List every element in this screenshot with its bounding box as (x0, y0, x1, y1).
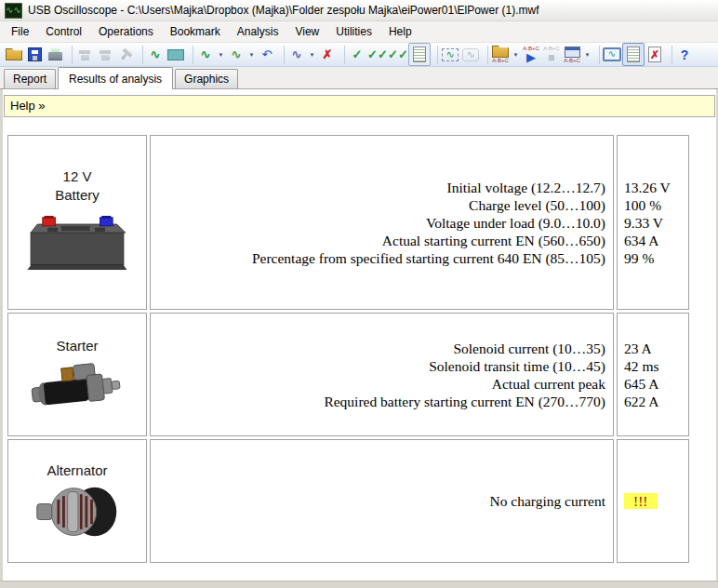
shrink-waveform-button[interactable]: ∿ (226, 44, 246, 65)
starter-image (28, 359, 126, 413)
chevron-down-icon: ▼ (310, 48, 315, 61)
menu-help[interactable]: Help (380, 22, 420, 41)
menu-bar: File Control Operations Bookmark Analysi… (0, 21, 718, 43)
tab-results-of-analysis[interactable]: Results of analysis (58, 67, 173, 89)
tab-report[interactable]: Report (4, 69, 56, 88)
window-title: USB Oscilloscope - C:\Users\Majka\Dropbo… (28, 4, 539, 17)
alternator-values: !!! (618, 492, 688, 510)
menu-analysis[interactable]: Analysis (229, 22, 287, 41)
open-button[interactable] (4, 44, 24, 65)
script-panel-dropdown[interactable]: ▼ (582, 44, 592, 65)
menu-view[interactable]: View (286, 22, 327, 41)
double-checkmark-icon: ✓✓ (367, 48, 388, 61)
starter-labels: Solenoid current (10…35)Solenoid transit… (151, 340, 613, 410)
apply-all-check-button[interactable]: ✓✓ (367, 44, 388, 65)
alternator-title: Alternator (47, 461, 107, 480)
stretch-waveform-button[interactable]: ∿ (195, 44, 216, 65)
single-capture-button[interactable]: ∿ (145, 44, 166, 65)
save-waveform-a-button[interactable] (74, 44, 95, 65)
tab-graphics[interactable]: Graphics (175, 69, 238, 88)
chevron-down-icon: ▼ (219, 48, 224, 61)
clear-waveform-button[interactable]: ✗ (317, 44, 338, 65)
measure-tool-button[interactable] (166, 44, 186, 65)
chevron-down-icon: ▼ (249, 48, 255, 61)
battery-title: 12 V Battery (55, 167, 100, 205)
starter-values: 23 A42 ms645 A622 A (618, 340, 688, 410)
waveform-icon: ∿ (151, 48, 161, 61)
title-bar: ∿∿ USB Oscilloscope - C:\Users\Majka\Dro… (0, 0, 718, 21)
graphics-view-button[interactable] (602, 44, 622, 65)
menu-bookmark[interactable]: Bookmark (162, 22, 229, 41)
red-x-waveform-icon: ✗ (323, 48, 333, 61)
print-button[interactable] (45, 44, 65, 65)
battery-values: 13.26 V100 %9.33 V634 A99 % (618, 179, 688, 267)
preview-waveform-button[interactable] (460, 44, 481, 65)
alternator-labels: No charging current (151, 492, 613, 510)
chevron-down-icon: ▼ (513, 48, 519, 61)
analysis-results-table: 12 V Battery (5, 132, 692, 566)
save-button[interactable] (24, 44, 45, 65)
close-analysis-button[interactable] (645, 44, 665, 65)
checkmark-icon: ✓ (352, 48, 363, 61)
script-run-button[interactable]: A:B+C ▶ (521, 44, 541, 65)
analysis-view-button[interactable] (622, 43, 645, 66)
menu-utilities[interactable]: Utilities (327, 22, 380, 41)
accept-check-button[interactable]: ✓✓ (388, 44, 408, 65)
menu-operations[interactable]: Operations (90, 22, 162, 41)
script-stop-icon: ■ (548, 51, 555, 64)
double-checkmark-icon: ✓✓ (388, 48, 408, 61)
battery-image (22, 208, 132, 277)
undo-arrow-icon: ↶ (262, 48, 273, 61)
warning-badge: !!! (624, 493, 658, 509)
notes-view-button[interactable] (408, 43, 431, 66)
overlay-waveform-dropdown[interactable]: ▼ (307, 44, 317, 65)
menu-control[interactable]: Control (37, 22, 90, 41)
starter-title: Starter (56, 337, 98, 355)
apply-check-button[interactable]: ✓ (347, 44, 367, 65)
shrink-waveform-dropdown[interactable]: ▼ (246, 44, 257, 65)
help-link-bar[interactable]: Help » (4, 95, 715, 117)
results-of-analysis-page: Help » 12 V Battery (0, 89, 718, 581)
fit-waveform-button[interactable] (440, 44, 460, 65)
script-open-dropdown[interactable]: ▼ (511, 44, 521, 65)
tab-strip: Report Results of analysis Graphics (0, 67, 718, 89)
stretch-waveform-dropdown[interactable]: ▼ (216, 44, 226, 65)
waveform-shrink-icon: ∿ (232, 48, 242, 61)
help-button[interactable]: ? (674, 44, 695, 65)
starter-row: Starter (7, 313, 689, 436)
battery-row: 12 V Battery (7, 135, 689, 310)
help-question-icon: ? (681, 48, 689, 61)
script-panel-button[interactable]: A:B+C (562, 44, 582, 65)
tools-button[interactable] (115, 44, 136, 65)
chevron-down-icon: ▼ (585, 48, 591, 61)
window-bottom-edge (0, 581, 718, 588)
script-run-icon: ▶ (526, 51, 536, 64)
alternator-image (34, 484, 120, 541)
menu-file[interactable]: File (3, 22, 37, 41)
script-open-button[interactable]: A:B+C (490, 44, 511, 65)
script-stop-button[interactable]: A:B+C ■ (541, 44, 562, 65)
alternator-row: Alternator (7, 439, 689, 563)
battery-labels: Initial voltage (12.2…12.7)Charge level … (151, 179, 613, 267)
app-oscilloscope-icon: ∿∿ (5, 3, 22, 19)
undo-button[interactable]: ↶ (257, 44, 277, 65)
waveform-stretch-icon: ∿ (201, 48, 211, 61)
toolbar: ∿ ∿ ▼ ∿ ▼ ↶ (0, 43, 718, 67)
overlay-waveform-button[interactable]: ∿ (286, 44, 307, 65)
save-waveform-b-button[interactable] (95, 44, 115, 65)
waveform-overlay-icon: ∿ (292, 48, 302, 61)
